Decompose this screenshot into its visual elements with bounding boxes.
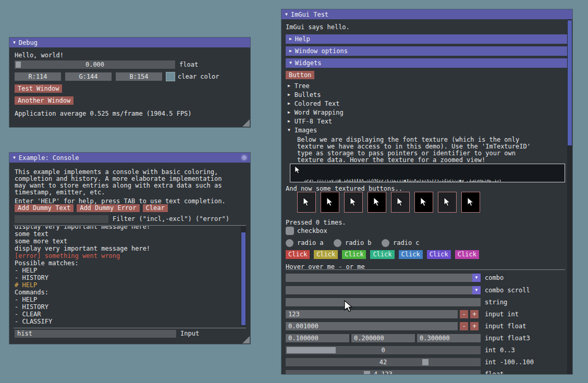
log-line: display very important message here! [15, 226, 246, 230]
log-line-error: [error] something went wrong [15, 252, 246, 260]
increment-button[interactable]: + [470, 310, 479, 318]
debug-titlebar[interactable]: ▼ Debug [9, 38, 250, 47]
float3-input-z[interactable]: 0.300000 [417, 334, 481, 342]
tree-node-utf8-text[interactable]: ▶ UTF-8 Text [288, 117, 332, 126]
test-window-button[interactable]: Test Window [15, 84, 62, 93]
int-input-label: input int [485, 311, 519, 318]
combo-scroll-box[interactable]: ▼ [286, 286, 481, 294]
fps-stats-text: Application average 0.525 ms/frame (1904… [15, 110, 192, 117]
filter-input[interactable] [15, 215, 108, 223]
radio-a[interactable] [286, 239, 293, 247]
tree-node-word-wrapping[interactable]: ▶ Word Wrapping [288, 108, 344, 117]
hello-text: ImGui says hello. [286, 24, 350, 31]
header-window-options[interactable]: ▶ Window options [286, 46, 567, 56]
scrollbar-grab[interactable] [241, 232, 246, 325]
log-line: - HISTORY [15, 303, 246, 311]
log-line: - HELP [15, 296, 246, 303]
int-slider[interactable]: 0 [286, 346, 481, 354]
float-slider[interactable]: 0.000 [15, 60, 175, 69]
console-scrollbar[interactable] [241, 226, 246, 326]
header-label: Help [295, 35, 310, 43]
scrollbar-grab[interactable] [568, 20, 572, 145]
texture-button[interactable] [461, 192, 480, 213]
float3-input-x[interactable]: 0.100000 [286, 334, 349, 342]
texture-button[interactable] [391, 192, 410, 213]
combo-arrow-button[interactable]: ▼ [472, 274, 481, 282]
float-slider-2-label: float [485, 371, 504, 374]
another-window-button[interactable]: Another Window [15, 96, 74, 105]
window-scrollbar[interactable] [567, 19, 572, 374]
cursor-icon [373, 197, 381, 207]
red-input[interactable]: R:114 [15, 72, 61, 81]
header-widgets[interactable]: ▼ Widgets [286, 58, 567, 68]
console-command-input[interactable]: hist [15, 330, 176, 338]
clear-button[interactable]: Clear [143, 204, 168, 212]
click-button-3[interactable]: Click [342, 250, 366, 259]
combo-box[interactable]: bbbb ▼ [286, 274, 481, 282]
checkbox-label: checkbox [297, 228, 327, 234]
resize-grip-icon[interactable] [242, 119, 250, 127]
console-log-area[interactable]: display very important message here! som… [14, 226, 246, 326]
int-slider-2[interactable]: 42 [286, 358, 481, 366]
intro-line: timestamp, emitter, etc. [15, 189, 105, 196]
decrement-button[interactable]: - [460, 322, 468, 330]
collapse-arrow-icon[interactable]: ▼ [13, 156, 16, 160]
increment-button[interactable]: + [470, 322, 479, 330]
radio-b[interactable] [334, 239, 341, 247]
log-line: - CLASSIFY [15, 318, 246, 325]
float3-input-label: input float3 [485, 335, 530, 342]
collapse-arrow-icon[interactable]: ▼ [285, 13, 288, 17]
texture-button[interactable] [438, 192, 457, 213]
console-titlebar[interactable]: ▼ Example: Console [9, 153, 250, 163]
combo-label: combo [485, 275, 504, 281]
test-titlebar[interactable]: ▼ ImGui Test [281, 9, 572, 19]
tree-node-bullets[interactable]: ▶ Bullets [288, 91, 321, 99]
cursor-icon [350, 197, 357, 207]
int-input[interactable]: 123 [286, 310, 458, 318]
decrement-button[interactable]: - [460, 310, 468, 318]
radio-c-label: radio c [393, 240, 420, 246]
chevron-right-icon: ▶ [289, 49, 292, 53]
window-title: Debug [19, 39, 38, 46]
font-texture-image[interactable]: úCf}·{ü)()∥X√ŷÑ¿òÓôÂÃÅÄÖ×ŷ½ŨŽŠ&€/å/èbìîŷ… [290, 164, 565, 182]
log-line: display very important message here! [15, 245, 246, 252]
tree-node-images[interactable]: ▼ Images [288, 126, 317, 134]
float3-input-y[interactable]: 0.200000 [351, 334, 415, 342]
texture-button[interactable] [297, 192, 316, 213]
texture-button[interactable] [368, 192, 386, 213]
green-input[interactable]: G:144 [65, 72, 112, 81]
string-input[interactable]: Hello, world! [286, 298, 481, 306]
tree-node-tree[interactable]: ▶ Tree [288, 82, 310, 90]
add-dummy-text-button[interactable]: Add Dummy Text [15, 204, 74, 212]
texture-button[interactable] [414, 192, 433, 213]
log-line: - CLEAR [15, 311, 246, 318]
tree-node-colored-text[interactable]: ▶ Colored Text [288, 100, 340, 108]
click-button-1[interactable]: Click [286, 250, 310, 259]
close-button[interactable] [241, 154, 248, 161]
resize-grip-icon[interactable] [242, 336, 250, 343]
click-button-6[interactable]: Click [427, 250, 451, 259]
combo-scroll-label: combo scroll [485, 287, 530, 294]
chevron-down-icon: ▼ [289, 61, 292, 65]
button-widget[interactable]: Button [286, 71, 314, 79]
radio-c[interactable] [382, 239, 389, 247]
cursor-icon [295, 166, 301, 175]
click-button-4[interactable]: Click [370, 250, 394, 259]
combo-arrow-button[interactable]: ▼ [472, 286, 481, 294]
tree-node-label: Colored Text [295, 100, 340, 107]
chevron-down-icon: ▼ [475, 288, 478, 292]
texture-button[interactable] [321, 192, 339, 213]
checkbox[interactable] [286, 227, 294, 235]
float-slider-2[interactable]: 4.123 [286, 370, 481, 374]
click-button-7[interactable]: Click [455, 250, 479, 259]
collapse-arrow-icon[interactable]: ▼ [13, 41, 16, 45]
log-line-match: # HELP [15, 281, 246, 289]
float-input[interactable]: 0.001000 [286, 322, 458, 330]
header-help[interactable]: ▶ Help [286, 34, 567, 44]
blue-input[interactable]: B:154 [116, 72, 162, 81]
texture-button[interactable] [344, 192, 363, 213]
click-button-5[interactable]: Click [399, 250, 423, 259]
add-dummy-error-button[interactable]: Add Dummy Error [77, 204, 139, 212]
clear-color-swatch[interactable] [166, 72, 175, 81]
click-button-2[interactable]: Click [314, 250, 338, 259]
